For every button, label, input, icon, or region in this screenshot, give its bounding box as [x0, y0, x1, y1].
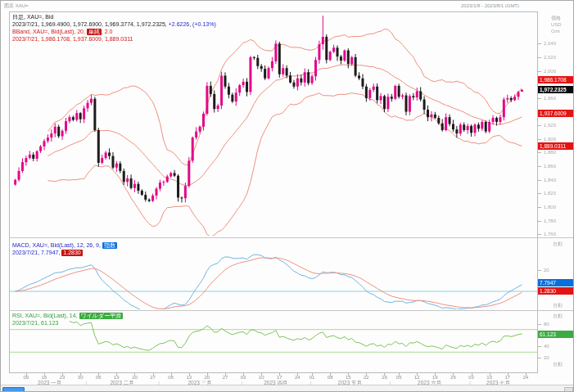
macd-value-text: 2023/7/21, 7.7947, — [12, 250, 60, 255]
price-axis-tick: 1,840 — [544, 178, 556, 183]
bband-method-chip: 単純 — [87, 29, 102, 35]
day-tick-label: 30 — [78, 375, 84, 381]
price-legend: 日足, XAU=, Bid 2023/7/21, 1,969.4900, 1,9… — [12, 14, 216, 40]
price-axis-tick: 1,960 — [544, 96, 556, 101]
day-tick-label: 24 — [295, 375, 301, 381]
price-axis-tick: 1,800 — [544, 205, 556, 210]
rsi-value-chip: 61.123 — [538, 331, 574, 338]
scrollbar-thumb[interactable] — [2, 387, 25, 392]
price-axis-tick: 1,780 — [544, 219, 556, 224]
price-axis-tick: 2,020 — [544, 55, 556, 61]
rsi-method-chip: ワイルダー平滑 — [79, 313, 124, 319]
rsi-axis-tick: 40 — [544, 344, 549, 349]
horizontal-scrollbar — [1, 385, 574, 392]
macd-method-chip: 指数 — [102, 242, 117, 249]
day-tick-label: 05 — [396, 375, 402, 381]
rsi-legend-values: 2023/7/21, 61.123 — [12, 320, 123, 327]
macd-signal-value-chip: 1.2830 — [538, 287, 574, 295]
price-axis-header-1: 価格 — [551, 16, 561, 21]
rsi-axis-tick: 20 — [544, 355, 549, 361]
price-axis-header-3: Ozs — [551, 29, 560, 34]
bband-legend-prefix: BBand, XAU=, Bid(Last), 20, — [12, 29, 85, 34]
macd-axis-tick: 20 — [544, 268, 549, 273]
band-mid-chip: 1,937.6009 — [538, 110, 574, 117]
macd-legend-series: MACD, XAU=, Bid(Last), 12, 26, 9, 指数 — [12, 242, 117, 249]
day-tick-label: 29 — [382, 375, 387, 381]
last-price-chip: 1,972.2325 — [538, 86, 574, 93]
price-legend-ohlc: 2023/7/21, 1,969.4900, 1,972.6900, 1,969… — [12, 21, 216, 28]
price-legend-series: 日足, XAU=, Bid — [12, 14, 216, 20]
rsi-legend-series: RSI, XAU=, Bid(Last), 14, ワイルダー平滑 — [12, 313, 123, 319]
price-axis-tick: 2,000 — [544, 69, 556, 74]
day-tick-label: 22 — [364, 375, 369, 381]
rsi-legend: RSI, XAU=, Bid(Last), 14, ワイルダー平滑 2023/7… — [12, 313, 123, 326]
rsi-legend-prefix: RSI, XAU=, Bid(Last), 14, — [12, 313, 78, 318]
price-axis-header-2: USD — [551, 22, 562, 28]
day-tick-label: 09 — [24, 375, 29, 381]
chart-canvas[interactable] — [1, 1, 574, 392]
price-axis-tick: 1,820 — [544, 191, 556, 196]
price-axis-tick: 2,040 — [544, 41, 556, 47]
day-tick-label: 27 — [150, 375, 156, 381]
price-axis-tick: 1,760 — [544, 232, 556, 237]
macd-value-chip: 7.7947 — [538, 279, 574, 286]
price-legend-change: +2.6226, (+0.13%) — [169, 21, 216, 27]
band-lower-chip: 1,889.0311 — [538, 142, 574, 150]
macd-auto-label-top[interactable]: 自動 — [553, 241, 563, 247]
price-axis-tick: 1,860 — [544, 164, 556, 169]
bband-legend: BBand, XAU=, Bid(Last), 20, 単純, 2.0 — [12, 29, 216, 35]
day-tick-label: 08 — [328, 375, 333, 381]
rsi-axis-tick: 80 — [544, 322, 549, 327]
day-tick-label: 24 — [523, 375, 529, 381]
band-upper-chip: 1,986.1708 — [538, 76, 574, 83]
day-tick-label: 26 — [450, 375, 456, 381]
panel-separator-price-macd[interactable] — [9, 237, 574, 238]
day-tick-label: 06 — [96, 375, 102, 381]
bband-legend-suffix: , 2.0 — [102, 29, 113, 34]
panel-separator-macd-rsi[interactable] — [9, 310, 574, 311]
price-legend-ohlc-values: 2023/7/21, 1,969.4900, 1,972.6900, 1,969… — [12, 21, 167, 27]
charting-app-window: { "window": { "title_left": "図表 XAU=", "… — [0, 0, 574, 392]
bband-legend-values: 2023/7/21, 1,986.1708, 1,937.6009, 1,889… — [12, 36, 216, 43]
price-axis-tick: 1,920 — [544, 123, 556, 128]
macd-legend-values: 2023/7/21, 7.7947, 1.2830 — [12, 250, 117, 256]
day-tick-label: 27 — [223, 375, 228, 381]
macd-legend-prefix: MACD, XAU=, Bid(Last), 12, 26, 9, — [12, 242, 101, 248]
macd-auto-label-bottom[interactable]: 自動 — [553, 303, 563, 309]
rsi-auto-label-top[interactable]: 自動 — [553, 313, 563, 319]
day-tick-label: 06 — [168, 375, 174, 381]
macd-signal-chip: 1.2830 — [61, 250, 82, 256]
price-axis-tick: 1,880 — [544, 150, 556, 155]
rsi-auto-label-bottom[interactable]: 自動 — [553, 362, 563, 367]
resize-grip[interactable] — [564, 387, 573, 392]
price-axis-tick: 1,900 — [544, 137, 556, 142]
macd-legend: MACD, XAU=, Bid(Last), 12, 26, 9, 指数 202… — [12, 242, 117, 255]
